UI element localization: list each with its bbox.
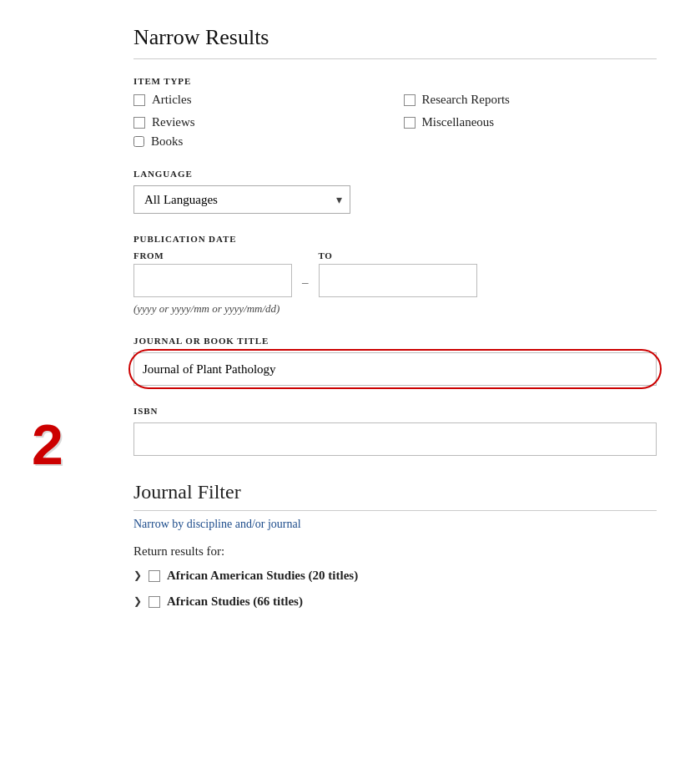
step-number-annotation: 2	[32, 416, 63, 473]
journal-filter-title: Journal Filter	[133, 481, 657, 511]
journal-title-label: JOURNAL OR BOOK TITLE	[133, 336, 657, 346]
checkbox-item-reviews[interactable]: Reviews	[133, 115, 387, 129]
journal-filter-subtitle: Narrow by discipline and/or journal	[133, 518, 657, 531]
checkbox-label-miscellaneous: Miscellaneous	[422, 115, 495, 129]
language-label: LANGUAGE	[133, 169, 657, 179]
checkbox-books[interactable]	[133, 136, 144, 147]
date-hint: (yyyy or yyyy/mm or yyyy/mm/dd)	[133, 302, 657, 316]
publication-date-label: PUBLICATION DATE	[133, 234, 657, 244]
from-label: FROM	[133, 250, 292, 260]
checkbox-label-articles: Articles	[152, 93, 191, 107]
checkbox-african-studies[interactable]	[149, 596, 160, 608]
to-label: TO	[319, 250, 477, 260]
date-row: FROM – TO	[133, 250, 657, 297]
checkbox-african-american-studies[interactable]	[149, 570, 160, 582]
checkbox-miscellaneous[interactable]	[404, 117, 416, 129]
chevron-icon-african[interactable]: ❯	[133, 595, 142, 608]
checkbox-item-books[interactable]: Books	[133, 134, 657, 149]
date-to-input[interactable]	[319, 264, 477, 297]
isbn-input[interactable]	[133, 422, 657, 456]
journal-input-wrapper	[133, 352, 657, 386]
filter-item-african-american-studies: ❯ African American Studies (20 titles)	[133, 569, 657, 583]
checkbox-item-miscellaneous[interactable]: Miscellaneous	[404, 115, 657, 129]
journal-title-input[interactable]	[133, 352, 657, 386]
checkbox-reviews[interactable]	[133, 117, 145, 129]
checkbox-label-reviews: Reviews	[152, 115, 195, 129]
checkbox-item-research-reports[interactable]: Research Reports	[404, 93, 657, 107]
checkbox-item-articles[interactable]: Articles	[133, 93, 387, 107]
narrow-results-title: Narrow Results	[133, 25, 657, 59]
date-from-group: FROM	[133, 250, 292, 297]
journal-title-section: JOURNAL OR BOOK TITLE	[133, 336, 657, 386]
return-results-label: Return results for:	[133, 544, 657, 559]
isbn-section: ISBN	[133, 406, 657, 456]
date-separator: –	[302, 276, 309, 290]
language-select[interactable]: All Languages English French German Span…	[133, 185, 350, 214]
checkbox-research-reports[interactable]	[404, 94, 416, 106]
date-from-input[interactable]	[133, 264, 292, 297]
isbn-label: ISBN	[133, 406, 657, 416]
publication-date-section: PUBLICATION DATE FROM – TO (yyyy or yyyy…	[133, 234, 657, 316]
journal-filter-section: Journal Filter Narrow by discipline and/…	[133, 481, 657, 609]
chevron-icon-african-american[interactable]: ❯	[133, 569, 142, 582]
item-type-label: ITEM TYPE	[133, 76, 657, 86]
filter-label-african-american-studies: African American Studies (20 titles)	[167, 569, 358, 583]
filter-item-african-studies: ❯ African Studies (66 titles)	[133, 594, 657, 609]
item-type-checkboxes: Articles Research Reports Reviews Miscel…	[133, 93, 657, 129]
page-wrapper: 2 Narrow Results ITEM TYPE Articles Rese…	[0, 0, 690, 654]
checkbox-label-research-reports: Research Reports	[422, 93, 510, 107]
language-section: LANGUAGE All Languages English French Ge…	[133, 169, 657, 214]
item-type-section: ITEM TYPE Articles Research Reports Revi…	[133, 76, 657, 149]
filter-label-african-studies: African Studies (66 titles)	[167, 594, 303, 609]
language-select-wrapper[interactable]: All Languages English French German Span…	[133, 185, 350, 214]
date-to-group: TO	[319, 250, 477, 297]
checkbox-articles[interactable]	[133, 94, 145, 106]
checkbox-label-books: Books	[151, 134, 183, 149]
